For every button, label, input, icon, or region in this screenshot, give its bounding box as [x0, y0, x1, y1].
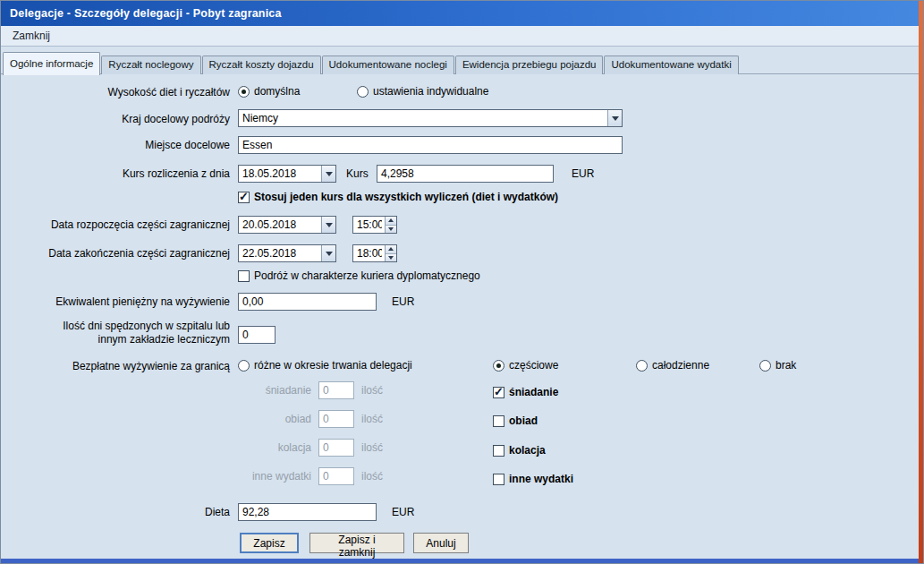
kurs-label: Kurs [346, 167, 369, 180]
dieta-input[interactable] [238, 503, 377, 521]
meal-count-sniadanie-label: śniadanie [207, 384, 311, 397]
rate-date-select[interactable]: 18.05.2018 [238, 165, 336, 183]
hospital-days-input[interactable] [238, 326, 276, 344]
tab-ryczalt-noclegowy[interactable]: Ryczałt noclegowy [101, 56, 200, 74]
save-button[interactable]: Zapisz [240, 533, 299, 553]
dieta-currency-label: EUR [392, 506, 414, 518]
radio-rozne-w-okresie[interactable] [238, 360, 250, 372]
tab-udokumentowane-noclegi[interactable]: Udokumentowane noclegi [322, 56, 454, 74]
radio-brak-label[interactable]: brak [776, 359, 796, 372]
start-date-label: Data rozpoczęcia części zagranicznej [8, 218, 230, 231]
meal-checkbox-inne-wydatki-label[interactable]: inne wydatki [509, 473, 573, 485]
rate-date-value: 18.05.2018 [242, 167, 319, 181]
end-time-stepper[interactable]: 18:00 [352, 244, 397, 262]
radio-calodzienne[interactable] [636, 360, 648, 372]
radio-calodzienne-label[interactable]: całodzienne [652, 359, 709, 372]
chevron-down-icon[interactable] [321, 245, 335, 261]
chevron-down-icon[interactable] [321, 166, 335, 182]
spinner-buttons [385, 245, 396, 261]
meal-count-obiad-suffix: ilość [361, 413, 383, 425]
rate-currency-label: EUR [572, 167, 594, 180]
meal-count-obiad-input[interactable] [318, 410, 354, 428]
country-value: Niemcy [242, 111, 606, 125]
kurs-input[interactable] [377, 165, 554, 183]
radio-ustawienia-indywidualne[interactable] [357, 86, 369, 98]
meal-count-inne-wydatki-suffix: ilość [361, 470, 383, 483]
destination-label: Miejsce docelowe [8, 139, 230, 151]
spin-down-icon[interactable] [386, 254, 396, 262]
spinner-buttons [385, 217, 396, 233]
radio-czesciowe[interactable] [493, 360, 504, 372]
single-rate-checkbox[interactable] [238, 192, 250, 203]
meal-checkbox-obiad[interactable] [493, 415, 504, 427]
chevron-down-icon[interactable] [321, 217, 335, 233]
courier-checkbox[interactable] [238, 270, 250, 282]
equivalent-currency-label: EUR [392, 295, 414, 308]
courier-checkbox-label[interactable]: Podróż w charakterze kuriera dyplomatycz… [254, 269, 480, 282]
destination-input[interactable] [238, 136, 623, 154]
meal-count-kolacja-input[interactable] [318, 439, 354, 457]
meal-count-sniadanie-input[interactable] [318, 381, 354, 399]
meal-checkbox-obiad-label[interactable]: obiad [509, 414, 538, 427]
end-time-value: 18:00 [357, 246, 382, 261]
window-bottom-edge [1, 559, 919, 563]
meal-count-inne-wydatki-input[interactable] [318, 467, 354, 485]
spin-up-icon[interactable] [386, 217, 396, 226]
radio-domyslna-label[interactable]: domyślna [254, 85, 300, 98]
start-time-stepper[interactable]: 15:00 [352, 216, 397, 234]
equivalent-label: Ekwiwalent pieniężny na wyżywienie [8, 295, 230, 308]
free-meals-label: Bezpłatne wyżywienie za granicą [8, 360, 230, 372]
dieta-label: Dieta [8, 506, 230, 518]
end-date-select[interactable]: 22.05.2018 [238, 244, 336, 262]
tab-ewidencja-przebiegu-pojazdu[interactable]: Ewidencja przebiegu pojazdu [455, 56, 604, 74]
window-title: Delegacje - Szczegóły delegacji - Pobyt … [10, 7, 282, 20]
meal-checkbox-sniadanie-label[interactable]: śniadanie [509, 386, 558, 398]
spin-up-icon[interactable] [386, 245, 396, 254]
chevron-down-icon[interactable] [607, 110, 622, 126]
rate-date-label: Kurs rozliczenia z dnia [8, 167, 230, 180]
tab-panel-ogolne-informacje: Wysokość diet i ryczałtów domyślna ustaw… [1, 73, 919, 559]
radio-ustawienia-indywidualne-label[interactable]: ustawienia indywidualne [373, 85, 488, 98]
meal-checkbox-inne-wydatki[interactable] [493, 474, 504, 485]
cancel-button[interactable]: Anuluj [413, 533, 469, 553]
meal-count-obiad-label: obiad [207, 413, 311, 425]
tab-udokumentowane-wydatki[interactable]: Udokumentowane wydatki [604, 56, 738, 74]
radio-brak[interactable] [759, 360, 771, 372]
end-date-value: 22.05.2018 [242, 246, 319, 261]
equivalent-input[interactable] [238, 293, 377, 311]
diet-level-label: Wysokość diet i ryczałtów [8, 86, 230, 98]
save-and-close-button[interactable]: Zapisz i zamknij [309, 533, 404, 553]
hospital-label-line1: Ilość dni spędzonych w szpitalu lub [8, 320, 230, 332]
hospital-label-line2: innym zakładzie leczniczym [8, 333, 230, 346]
title-bar[interactable]: Delegacje - Szczegóły delegacji - Pobyt … [1, 1, 919, 26]
meal-checkbox-sniadanie[interactable] [493, 387, 504, 398]
end-date-label: Data zakończenia części zagranicznej [8, 247, 230, 260]
country-select[interactable]: Niemcy [238, 109, 623, 127]
start-date-value: 20.05.2018 [242, 218, 319, 232]
radio-domyslna[interactable] [238, 86, 250, 98]
meal-count-sniadanie-suffix: ilość [361, 384, 383, 397]
tab-strip: Ogólne informacje Ryczałt noclegowy Rycz… [3, 49, 919, 74]
dialog-window: Delegacje - Szczegóły delegacji - Pobyt … [0, 0, 924, 564]
tab-ryczalt-koszty-dojazdu[interactable]: Ryczałt koszty dojazdu [202, 56, 321, 74]
menu-item-zamknij[interactable]: Zamknij [8, 28, 55, 44]
start-date-select[interactable]: 20.05.2018 [238, 216, 336, 234]
meal-count-kolacja-suffix: ilość [361, 441, 383, 454]
radio-rozne-w-okresie-label[interactable]: różne w okresie trwania delegacji [254, 359, 412, 372]
meal-count-kolacja-label: kolacja [207, 441, 311, 454]
spin-down-icon[interactable] [386, 226, 396, 234]
radio-czesciowe-label[interactable]: częściowe [509, 359, 558, 372]
tab-ogolne-informacje[interactable]: Ogólne informacje [3, 52, 100, 75]
start-time-value: 15:00 [357, 218, 382, 232]
window-right-edge [919, 1, 923, 563]
menu-bar: Zamknij [1, 26, 919, 47]
single-rate-checkbox-label[interactable]: Stosuj jeden kurs dla wszystkich wylicze… [254, 191, 558, 203]
meal-count-inne-wydatki-label: inne wydatki [207, 470, 311, 483]
meal-checkbox-kolacja[interactable] [493, 445, 504, 457]
country-label: Kraj docelowy podróży [8, 113, 230, 125]
meal-checkbox-kolacja-label[interactable]: kolacja [509, 444, 546, 457]
